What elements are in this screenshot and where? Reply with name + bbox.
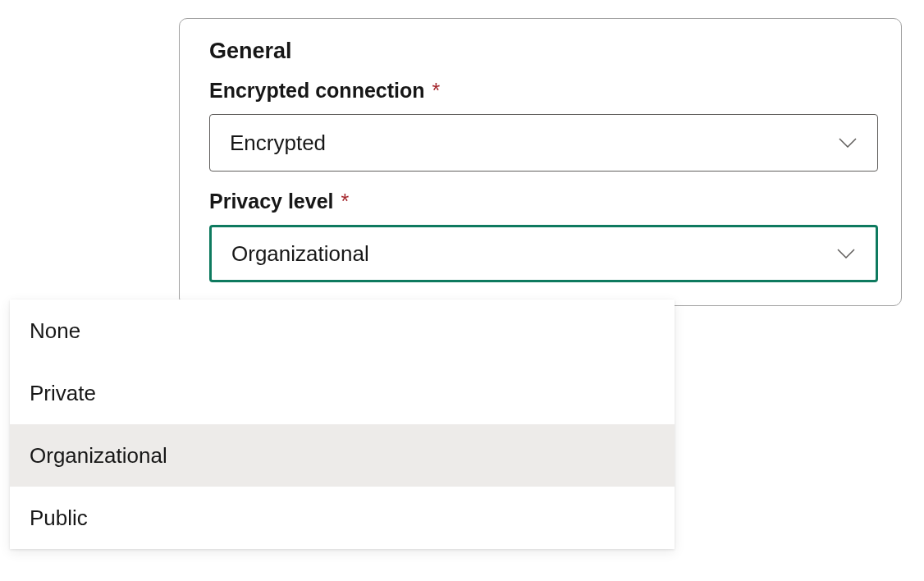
option-label: Public bbox=[30, 506, 88, 531]
chevron-down-icon bbox=[836, 131, 859, 154]
required-mark: * bbox=[341, 190, 349, 213]
encrypted-connection-dropdown[interactable]: Encrypted bbox=[209, 114, 878, 172]
encrypted-connection-label-text: Encrypted connection bbox=[209, 79, 425, 102]
option-label: Private bbox=[30, 381, 96, 406]
encrypted-connection-label: Encrypted connection * bbox=[209, 79, 878, 103]
option-label: Organizational bbox=[30, 443, 167, 469]
privacy-level-options-list: None Private Organizational Public bbox=[10, 300, 675, 549]
privacy-level-dropdown[interactable]: Organizational bbox=[209, 225, 878, 282]
required-mark: * bbox=[432, 79, 441, 102]
privacy-level-label-text: Privacy level bbox=[209, 190, 334, 213]
privacy-level-label: Privacy level * bbox=[209, 190, 878, 213]
general-panel: General Encrypted connection * Encrypted… bbox=[179, 18, 902, 306]
chevron-down-icon bbox=[835, 242, 858, 265]
privacy-level-option-private[interactable]: Private bbox=[10, 362, 675, 424]
option-label: None bbox=[30, 318, 80, 344]
encrypted-connection-value: Encrypted bbox=[230, 130, 326, 156]
privacy-level-option-organizational[interactable]: Organizational bbox=[10, 424, 675, 487]
privacy-level-option-none[interactable]: None bbox=[10, 300, 675, 362]
section-heading: General bbox=[209, 39, 878, 64]
privacy-level-value: Organizational bbox=[231, 241, 369, 267]
privacy-level-option-public[interactable]: Public bbox=[10, 487, 675, 549]
